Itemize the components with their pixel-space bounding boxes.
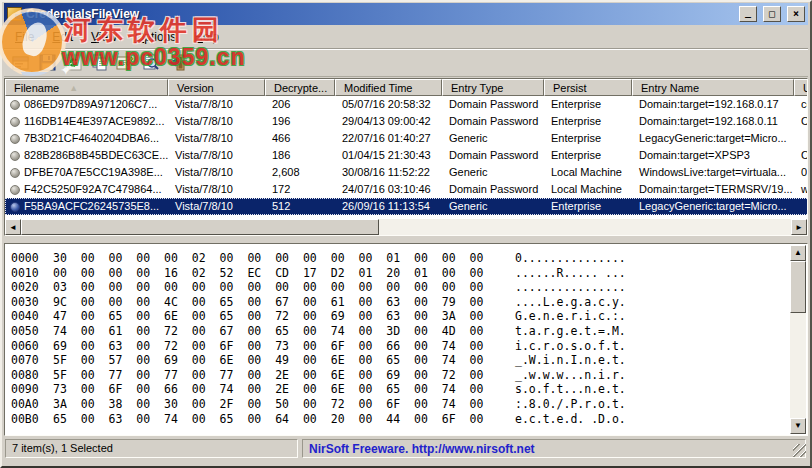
- hex-bytes: 65 00 63 00 74 00 65 00 64 00 20 00 44 0…: [53, 412, 515, 427]
- column-header-modified[interactable]: Modified Time: [335, 79, 442, 96]
- vertical-scroll-thumb[interactable]: [790, 261, 806, 313]
- vertical-scrollbar[interactable]: ▲ ▼: [790, 245, 806, 434]
- table-row[interactable]: 086ED97D89A971206C7...Vista/7/8/1020605/…: [5, 96, 808, 113]
- credential-item-icon: [10, 202, 20, 212]
- minimize-button[interactable]: _: [739, 6, 757, 22]
- scroll-down-arrow[interactable]: ▼: [790, 418, 806, 434]
- table-row[interactable]: 7B3D21CF4640204DBA6...Vista/7/8/1046622/…: [5, 130, 808, 147]
- horizontal-scrollbar[interactable]: ◄ ►: [5, 219, 807, 235]
- hex-offset: 00B0: [11, 412, 53, 427]
- credentials-list: Filename▲VersionDecrypte...Modified Time…: [4, 78, 808, 236]
- vertical-scroll-track[interactable]: [790, 313, 806, 418]
- save-icon: [39, 54, 56, 71]
- exit-button[interactable]: [166, 52, 188, 74]
- refresh-button[interactable]: [62, 52, 84, 74]
- close-button[interactable]: ×: [787, 6, 805, 22]
- column-header-entry_type[interactable]: Entry Type: [442, 79, 544, 96]
- cell-modified: 30/08/16 11:52:22: [335, 164, 442, 181]
- toolbar: [4, 49, 808, 77]
- hex-bytes: 9C 00 00 00 4C 00 65 00 67 00 61 00 63 0…: [53, 295, 515, 310]
- cell-persist: Enterprise: [544, 130, 632, 147]
- refresh-icon: [65, 54, 82, 71]
- title-bar[interactable]: CredentialsFileView _ □ ×: [4, 3, 808, 25]
- list-header: Filename▲VersionDecrypte...Modified Time…: [5, 79, 808, 96]
- status-nirsoft-link[interactable]: NirSoft Freeware. http://www.nirsoft.net: [302, 439, 806, 458]
- properties-button[interactable]: [114, 52, 136, 74]
- cell-version: Vista/7/8/10: [168, 198, 265, 215]
- splitter[interactable]: [4, 236, 808, 243]
- hex-row: 00705F 00 57 00 69 00 6E 00 49 00 6E 00 …: [11, 353, 787, 368]
- menu-item-help[interactable]: Help: [185, 27, 228, 47]
- cell-entry_type: Generic: [442, 130, 544, 147]
- horizontal-scroll-thumb[interactable]: [21, 219, 379, 235]
- hex-ascii: ....L.e.g.a.c.y.: [515, 295, 626, 310]
- column-header-filename[interactable]: Filename▲: [5, 79, 168, 96]
- hex-row: 00A03A 00 38 00 30 00 2F 00 50 00 72 00 …: [11, 397, 787, 412]
- horizontal-scroll-track[interactable]: [379, 219, 791, 235]
- maximize-button[interactable]: □: [763, 6, 781, 22]
- cell-entry_name: Domain:target=192.168.0.17: [632, 96, 794, 113]
- status-bar: 7 item(s), 1 Selected NirSoft Freeware. …: [4, 438, 808, 459]
- find-button[interactable]: [140, 52, 162, 74]
- hex-offset: 00A0: [11, 397, 53, 412]
- credential-item-icon: [10, 100, 20, 110]
- column-header-user[interactable]: Us: [794, 79, 808, 96]
- resize-grip[interactable]: [793, 444, 806, 457]
- scroll-right-arrow[interactable]: ►: [791, 219, 807, 235]
- cell-filename: 116DB14E4E397ACE9892...: [5, 113, 168, 130]
- hex-row: 005074 00 61 00 72 00 67 00 65 00 74 00 …: [11, 324, 787, 339]
- hex-offset: 0020: [11, 280, 53, 295]
- cell-version: Vista/7/8/10: [168, 130, 265, 147]
- table-row[interactable]: DFBE70A7E5CC19A398E...Vista/7/8/102,6083…: [5, 164, 808, 181]
- hex-bytes: 5F 00 77 00 77 00 77 00 2E 00 6E 00 69 0…: [53, 368, 515, 383]
- cell-entry_type: Domain Password: [442, 113, 544, 130]
- credential-item-icon: [10, 185, 20, 195]
- cell-filename: 7B3D21CF4640204DBA6...: [5, 130, 168, 147]
- column-header-entry_name[interactable]: Entry Name: [632, 79, 794, 96]
- table-row[interactable]: 116DB14E4E397ACE9892...Vista/7/8/1019629…: [5, 113, 808, 130]
- cell-persist: Enterprise: [544, 198, 632, 215]
- hex-bytes: 69 00 63 00 72 00 6F 00 73 00 6F 00 66 0…: [53, 339, 515, 354]
- hex-bytes: 47 00 65 00 6E 00 65 00 72 00 69 00 63 0…: [53, 309, 515, 324]
- properties-window-button[interactable]: [10, 52, 32, 74]
- hex-row: 001000 00 00 00 16 02 52 EC CD 17 D2 01 …: [11, 266, 787, 281]
- find-icon: [142, 54, 160, 71]
- cell-user: wi: [794, 181, 808, 198]
- column-header-decrypted[interactable]: Decrypte...: [265, 79, 335, 96]
- scroll-up-arrow[interactable]: ▲: [790, 245, 806, 261]
- cell-decrypted: 2,608: [265, 164, 335, 181]
- cell-modified: 24/07/16 03:10:46: [335, 181, 442, 198]
- hex-ascii: ................: [515, 280, 626, 295]
- hex-ascii: _.W.i.n.I.n.e.t.: [515, 353, 626, 368]
- menu-item-view[interactable]: View: [82, 27, 126, 47]
- hex-offset: 0090: [11, 382, 53, 397]
- hex-bytes: 03 00 00 00 00 00 00 00 00 00 00 00 00 0…: [53, 280, 515, 295]
- hex-ascii: t.a.r.g.e.t.=.M.: [515, 324, 626, 339]
- properties-icon: [116, 54, 134, 71]
- cell-decrypted: 512: [265, 198, 335, 215]
- hex-offset: 0010: [11, 266, 53, 281]
- hex-view: ▲ ▼ 000030 00 00 00 00 02 00 00 00 00 00…: [4, 243, 808, 436]
- menu-item-options[interactable]: Options: [126, 27, 185, 47]
- cell-user: OV: [794, 113, 808, 130]
- cell-version: Vista/7/8/10: [168, 113, 265, 130]
- column-header-persist[interactable]: Persist: [544, 79, 632, 96]
- hex-bytes: 30 00 00 00 00 02 00 00 00 00 00 00 01 0…: [53, 251, 515, 266]
- cell-entry_type: Domain Password: [442, 147, 544, 164]
- cell-entry_name: Domain:target=192.168.0.11: [632, 113, 794, 130]
- table-row[interactable]: 828B286B8B45BDEC63CE...Vista/7/8/1018601…: [5, 147, 808, 164]
- menu-item-file[interactable]: File: [6, 27, 43, 47]
- scroll-left-arrow[interactable]: ◄: [5, 219, 21, 235]
- cell-decrypted: 172: [265, 181, 335, 198]
- menu-item-edit[interactable]: Edit: [43, 27, 82, 47]
- cell-version: Vista/7/8/10: [168, 164, 265, 181]
- hex-ascii: s.o.f.t...n.e.t.: [515, 382, 626, 397]
- menu-bar: FileEditViewOptionsHelp: [4, 25, 808, 49]
- table-row[interactable]: F5BA9ACFC26245735E8...Vista/7/8/1051226/…: [5, 198, 808, 215]
- table-row[interactable]: F42C5250F92A7C479864...Vista/7/8/1017224…: [5, 181, 808, 198]
- cell-version: Vista/7/8/10: [168, 181, 265, 198]
- cell-modified: 29/04/13 09:00:42: [335, 113, 442, 130]
- copy-button[interactable]: [88, 52, 110, 74]
- column-header-version[interactable]: Version: [168, 79, 265, 96]
- save-button[interactable]: [36, 52, 58, 74]
